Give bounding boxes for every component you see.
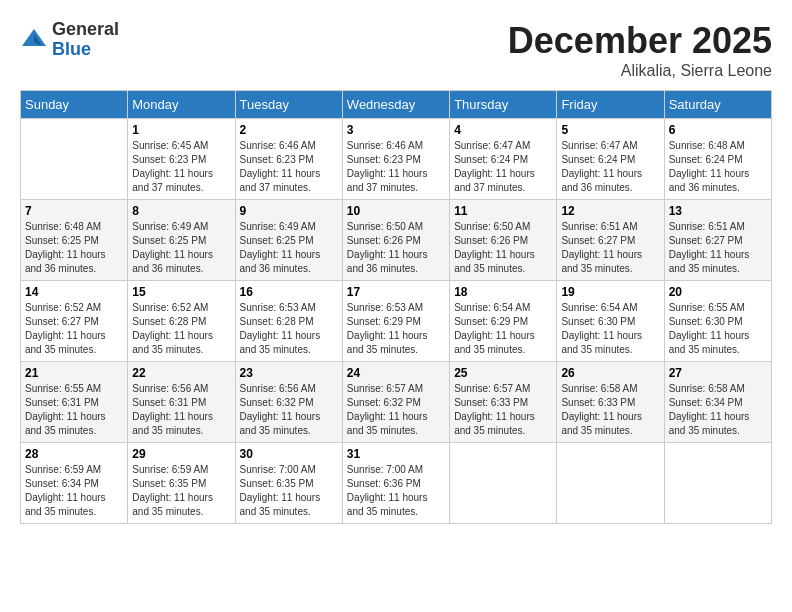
calendar-table: SundayMondayTuesdayWednesdayThursdayFrid… <box>20 90 772 524</box>
logo: General Blue <box>20 20 119 60</box>
column-header-sunday: Sunday <box>21 91 128 119</box>
calendar-cell: 1Sunrise: 6:45 AM Sunset: 6:23 PM Daylig… <box>128 119 235 200</box>
day-info: Sunrise: 6:52 AM Sunset: 6:27 PM Dayligh… <box>25 301 123 357</box>
day-info: Sunrise: 6:46 AM Sunset: 6:23 PM Dayligh… <box>347 139 445 195</box>
calendar-cell: 26Sunrise: 6:58 AM Sunset: 6:33 PM Dayli… <box>557 362 664 443</box>
day-number: 5 <box>561 123 659 137</box>
day-info: Sunrise: 6:56 AM Sunset: 6:31 PM Dayligh… <box>132 382 230 438</box>
day-info: Sunrise: 7:00 AM Sunset: 6:36 PM Dayligh… <box>347 463 445 519</box>
calendar-cell: 16Sunrise: 6:53 AM Sunset: 6:28 PM Dayli… <box>235 281 342 362</box>
day-number: 1 <box>132 123 230 137</box>
calendar-cell: 18Sunrise: 6:54 AM Sunset: 6:29 PM Dayli… <box>450 281 557 362</box>
day-number: 17 <box>347 285 445 299</box>
day-number: 14 <box>25 285 123 299</box>
calendar-cell: 13Sunrise: 6:51 AM Sunset: 6:27 PM Dayli… <box>664 200 771 281</box>
logo-blue: Blue <box>52 40 119 60</box>
calendar-cell: 31Sunrise: 7:00 AM Sunset: 6:36 PM Dayli… <box>342 443 449 524</box>
calendar-cell: 10Sunrise: 6:50 AM Sunset: 6:26 PM Dayli… <box>342 200 449 281</box>
day-number: 7 <box>25 204 123 218</box>
day-info: Sunrise: 6:55 AM Sunset: 6:31 PM Dayligh… <box>25 382 123 438</box>
calendar-cell <box>21 119 128 200</box>
day-number: 8 <box>132 204 230 218</box>
day-info: Sunrise: 6:55 AM Sunset: 6:30 PM Dayligh… <box>669 301 767 357</box>
calendar-cell <box>557 443 664 524</box>
calendar-cell: 3Sunrise: 6:46 AM Sunset: 6:23 PM Daylig… <box>342 119 449 200</box>
calendar-cell: 8Sunrise: 6:49 AM Sunset: 6:25 PM Daylig… <box>128 200 235 281</box>
day-number: 25 <box>454 366 552 380</box>
header-row: SundayMondayTuesdayWednesdayThursdayFrid… <box>21 91 772 119</box>
day-info: Sunrise: 6:57 AM Sunset: 6:33 PM Dayligh… <box>454 382 552 438</box>
day-number: 16 <box>240 285 338 299</box>
day-number: 9 <box>240 204 338 218</box>
day-info: Sunrise: 6:57 AM Sunset: 6:32 PM Dayligh… <box>347 382 445 438</box>
day-info: Sunrise: 6:51 AM Sunset: 6:27 PM Dayligh… <box>561 220 659 276</box>
day-number: 12 <box>561 204 659 218</box>
day-number: 24 <box>347 366 445 380</box>
day-number: 11 <box>454 204 552 218</box>
column-header-tuesday: Tuesday <box>235 91 342 119</box>
day-info: Sunrise: 6:48 AM Sunset: 6:25 PM Dayligh… <box>25 220 123 276</box>
location-title: Alikalia, Sierra Leone <box>508 62 772 80</box>
week-row-1: 1Sunrise: 6:45 AM Sunset: 6:23 PM Daylig… <box>21 119 772 200</box>
calendar-cell: 21Sunrise: 6:55 AM Sunset: 6:31 PM Dayli… <box>21 362 128 443</box>
day-number: 4 <box>454 123 552 137</box>
column-header-saturday: Saturday <box>664 91 771 119</box>
day-number: 27 <box>669 366 767 380</box>
calendar-cell: 20Sunrise: 6:55 AM Sunset: 6:30 PM Dayli… <box>664 281 771 362</box>
day-info: Sunrise: 6:49 AM Sunset: 6:25 PM Dayligh… <box>240 220 338 276</box>
calendar-cell: 4Sunrise: 6:47 AM Sunset: 6:24 PM Daylig… <box>450 119 557 200</box>
week-row-2: 7Sunrise: 6:48 AM Sunset: 6:25 PM Daylig… <box>21 200 772 281</box>
day-info: Sunrise: 6:45 AM Sunset: 6:23 PM Dayligh… <box>132 139 230 195</box>
month-title: December 2025 <box>508 20 772 62</box>
calendar-cell: 15Sunrise: 6:52 AM Sunset: 6:28 PM Dayli… <box>128 281 235 362</box>
calendar-cell: 11Sunrise: 6:50 AM Sunset: 6:26 PM Dayli… <box>450 200 557 281</box>
calendar-cell: 23Sunrise: 6:56 AM Sunset: 6:32 PM Dayli… <box>235 362 342 443</box>
logo-general: General <box>52 20 119 40</box>
week-row-4: 21Sunrise: 6:55 AM Sunset: 6:31 PM Dayli… <box>21 362 772 443</box>
day-info: Sunrise: 6:58 AM Sunset: 6:33 PM Dayligh… <box>561 382 659 438</box>
day-number: 2 <box>240 123 338 137</box>
calendar-cell: 9Sunrise: 6:49 AM Sunset: 6:25 PM Daylig… <box>235 200 342 281</box>
day-number: 18 <box>454 285 552 299</box>
page-header: General Blue December 2025 Alikalia, Sie… <box>20 20 772 80</box>
calendar-cell: 7Sunrise: 6:48 AM Sunset: 6:25 PM Daylig… <box>21 200 128 281</box>
day-info: Sunrise: 6:50 AM Sunset: 6:26 PM Dayligh… <box>454 220 552 276</box>
calendar-cell: 30Sunrise: 7:00 AM Sunset: 6:35 PM Dayli… <box>235 443 342 524</box>
calendar-cell: 27Sunrise: 6:58 AM Sunset: 6:34 PM Dayli… <box>664 362 771 443</box>
day-number: 3 <box>347 123 445 137</box>
day-number: 31 <box>347 447 445 461</box>
day-number: 29 <box>132 447 230 461</box>
calendar-cell: 17Sunrise: 6:53 AM Sunset: 6:29 PM Dayli… <box>342 281 449 362</box>
day-info: Sunrise: 6:46 AM Sunset: 6:23 PM Dayligh… <box>240 139 338 195</box>
day-number: 6 <box>669 123 767 137</box>
column-header-friday: Friday <box>557 91 664 119</box>
day-info: Sunrise: 6:53 AM Sunset: 6:29 PM Dayligh… <box>347 301 445 357</box>
week-row-5: 28Sunrise: 6:59 AM Sunset: 6:34 PM Dayli… <box>21 443 772 524</box>
day-number: 13 <box>669 204 767 218</box>
calendar-cell <box>450 443 557 524</box>
calendar-cell: 12Sunrise: 6:51 AM Sunset: 6:27 PM Dayli… <box>557 200 664 281</box>
day-info: Sunrise: 6:54 AM Sunset: 6:29 PM Dayligh… <box>454 301 552 357</box>
day-number: 22 <box>132 366 230 380</box>
column-header-wednesday: Wednesday <box>342 91 449 119</box>
day-number: 21 <box>25 366 123 380</box>
day-number: 30 <box>240 447 338 461</box>
day-info: Sunrise: 6:47 AM Sunset: 6:24 PM Dayligh… <box>454 139 552 195</box>
day-info: Sunrise: 7:00 AM Sunset: 6:35 PM Dayligh… <box>240 463 338 519</box>
day-info: Sunrise: 6:56 AM Sunset: 6:32 PM Dayligh… <box>240 382 338 438</box>
day-number: 19 <box>561 285 659 299</box>
day-info: Sunrise: 6:47 AM Sunset: 6:24 PM Dayligh… <box>561 139 659 195</box>
calendar-cell: 14Sunrise: 6:52 AM Sunset: 6:27 PM Dayli… <box>21 281 128 362</box>
calendar-cell: 25Sunrise: 6:57 AM Sunset: 6:33 PM Dayli… <box>450 362 557 443</box>
title-block: December 2025 Alikalia, Sierra Leone <box>508 20 772 80</box>
logo-icon <box>20 26 48 54</box>
day-info: Sunrise: 6:53 AM Sunset: 6:28 PM Dayligh… <box>240 301 338 357</box>
day-number: 20 <box>669 285 767 299</box>
day-info: Sunrise: 6:48 AM Sunset: 6:24 PM Dayligh… <box>669 139 767 195</box>
column-header-monday: Monday <box>128 91 235 119</box>
calendar-cell: 24Sunrise: 6:57 AM Sunset: 6:32 PM Dayli… <box>342 362 449 443</box>
calendar-cell: 2Sunrise: 6:46 AM Sunset: 6:23 PM Daylig… <box>235 119 342 200</box>
calendar-cell: 22Sunrise: 6:56 AM Sunset: 6:31 PM Dayli… <box>128 362 235 443</box>
calendar-cell <box>664 443 771 524</box>
day-info: Sunrise: 6:52 AM Sunset: 6:28 PM Dayligh… <box>132 301 230 357</box>
